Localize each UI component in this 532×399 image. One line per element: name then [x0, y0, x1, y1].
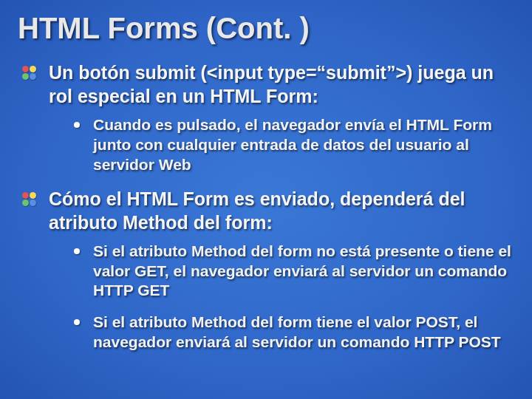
list-item-text: Un botón submit (<input type=“submit”>) …	[49, 61, 514, 108]
sub-list-item-text: Si el atributo Method del form no está p…	[93, 242, 514, 301]
sub-list: Si el atributo Method del form no está p…	[49, 242, 514, 352]
list-item: Un botón submit (<input type=“submit”>) …	[18, 61, 514, 175]
sub-list-item-text: Si el atributo Method del form tiene el …	[93, 313, 514, 352]
list-item-text: Cómo el HTML Form es enviado, dependerá …	[49, 187, 514, 234]
list-item: Cómo el HTML Form es enviado, dependerá …	[18, 187, 514, 352]
main-list: Un botón submit (<input type=“submit”>) …	[18, 61, 514, 352]
sub-list: Cuando es pulsado, el navegador envía el…	[49, 115, 514, 175]
sub-list-item: Cuando es pulsado, el navegador envía el…	[72, 115, 514, 175]
four-dots-icon	[22, 192, 37, 207]
slide: HTML Forms (Cont. ) Un botón submit (<in…	[0, 0, 532, 399]
sub-list-item: Si el atributo Method del form no está p…	[72, 242, 514, 301]
sub-list-item: Si el atributo Method del form tiene el …	[72, 313, 514, 352]
four-dots-icon	[22, 66, 37, 81]
sub-list-item-text: Cuando es pulsado, el navegador envía el…	[93, 115, 514, 175]
slide-title: HTML Forms (Cont. )	[18, 12, 514, 44]
